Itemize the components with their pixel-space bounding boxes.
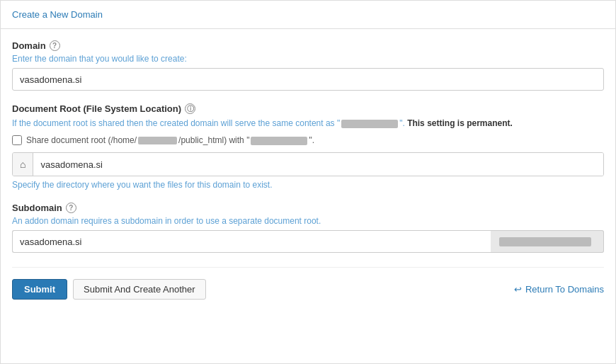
doc-root-info: If the document root is shared then the … — [12, 117, 604, 130]
subdomain-section: Subdomain ? An addon domain requires a s… — [12, 203, 604, 253]
domain-section: Domain ? Enter the domain that you would… — [12, 40, 604, 91]
domain-input[interactable] — [12, 68, 604, 91]
doc-root-label-text: Document Root (File System Location) — [12, 103, 181, 114]
doc-root-input[interactable] — [33, 153, 603, 176]
subdomain-label-text: Subdomain — [12, 203, 62, 213]
subdomain-row — [12, 230, 604, 253]
doc-root-help-icon[interactable]: ⓘ — [185, 103, 195, 114]
domain-label: Domain ? — [12, 40, 604, 51]
button-group: Submit Submit And Create Another — [12, 279, 206, 300]
doc-root-section: Document Root (File System Location) ⓘ I… — [12, 103, 604, 190]
domain-hint: Enter the domain that you would like to … — [12, 54, 604, 64]
footer-row: Submit Submit And Create Another ↩ Retur… — [12, 267, 604, 300]
return-to-domains-link[interactable]: ↩ Return To Domains — [514, 284, 604, 295]
share-doc-root-label: Share document root (/home//public_html)… — [26, 135, 314, 145]
subdomain-help-icon[interactable]: ? — [66, 203, 76, 213]
domain-help-icon[interactable]: ? — [50, 40, 60, 51]
domain-label-text: Domain — [12, 40, 46, 51]
page-title-link[interactable]: Create a New Domain — [12, 9, 103, 20]
page-content: Domain ? Enter the domain that you would… — [1, 29, 615, 314]
home-icon: ⌂ — [13, 153, 33, 176]
subdomain-input[interactable] — [12, 230, 491, 253]
page-container: Create a New Domain Domain ? Enter the d… — [0, 0, 616, 364]
subdomain-label: Subdomain ? — [12, 203, 604, 213]
doc-root-hint: Specify the directory where you want the… — [12, 180, 604, 190]
share-doc-root-checkbox[interactable] — [12, 135, 22, 145]
page-header: Create a New Domain — [1, 1, 615, 29]
return-to-domains-label: Return To Domains — [525, 284, 604, 295]
doc-root-input-row: ⌂ — [12, 152, 604, 176]
subdomain-hint: An addon domain requires a subdomain in … — [12, 216, 604, 226]
share-doc-root-row: Share document root (/home//public_html)… — [12, 135, 604, 145]
submit-button[interactable]: Submit — [12, 279, 67, 300]
doc-root-label: Document Root (File System Location) ⓘ — [12, 103, 604, 114]
submit-and-create-button[interactable]: Submit And Create Another — [73, 279, 206, 300]
return-arrow-icon: ↩ — [514, 284, 522, 295]
subdomain-suffix — [491, 230, 604, 253]
